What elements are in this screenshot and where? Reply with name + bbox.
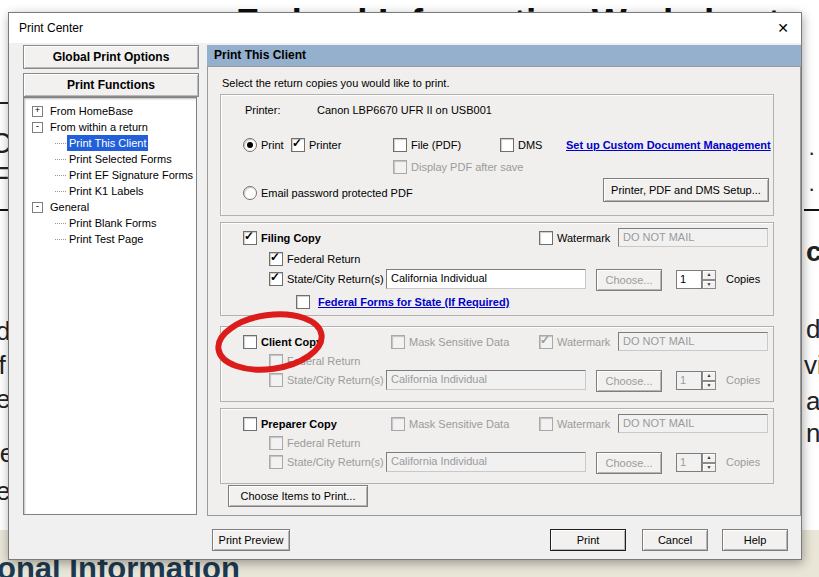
tree-item-label: Print Test Page (69, 231, 143, 247)
tree-item-print-test-page[interactable]: Print Test Page (24, 231, 196, 247)
preparer-state-city-checkbox (269, 455, 283, 469)
hint-text: Select the return copies you would like … (222, 77, 449, 89)
printer-checkbox-label: Printer (309, 139, 341, 151)
print-functions-button[interactable]: Print Functions (23, 73, 199, 97)
tree-item-from-within-a-return[interactable]: -From within a return (24, 119, 196, 135)
filing-copies-stepper[interactable]: 1 ▲▼ (676, 270, 716, 289)
filing-copy-checkbox[interactable]: ✓ (243, 231, 257, 245)
filing-federal-return-checkbox[interactable]: ✓ (269, 252, 283, 266)
display-pdf-after-save-label: Display PDF after save (411, 161, 523, 173)
preparer-copies-label: Copies (726, 456, 760, 468)
stepper-down-icon[interactable]: ▼ (702, 280, 716, 290)
preparer-copy-group: Preparer Copy Mask Sensitive Data Waterm… (220, 408, 774, 484)
file-pdf-checkbox[interactable] (393, 138, 407, 152)
collapse-icon[interactable]: - (32, 202, 43, 213)
preparer-state-city-label: State/City Return(s) (287, 456, 384, 468)
client-copies-label: Copies (726, 374, 760, 386)
stepper-up-icon[interactable]: ▲ (702, 270, 716, 280)
client-watermark-field: DO NOT MAIL (618, 332, 768, 351)
filing-state-field[interactable]: California Individual (386, 269, 586, 289)
preparer-watermark-checkbox (539, 417, 553, 431)
background-letter-fragment: c (806, 236, 819, 268)
print-center-dialog: Print Center ✕ Global Print Options Prin… (8, 12, 802, 560)
filing-state-city-checkbox[interactable]: ✓ (269, 272, 283, 286)
tree-item-label: Print K1 Labels (69, 183, 144, 199)
background-rule-right (804, 209, 819, 211)
filing-watermark-checkbox[interactable] (539, 231, 553, 245)
background-letter-fragment: · (808, 140, 815, 166)
filing-state-city-label: State/City Return(s) (287, 273, 384, 285)
cancel-button[interactable]: Cancel (642, 529, 708, 551)
client-mask-sensitive-checkbox (391, 335, 405, 349)
title-bar: Print Center ✕ (9, 13, 801, 43)
custom-document-management-link[interactable]: Set up Custom Document Management (566, 139, 771, 151)
printer-name: Canon LBP6670 UFR II on USB001 (317, 104, 492, 116)
client-state-city-label: State/City Return(s) (287, 374, 384, 386)
background-letter-fragment: vi (804, 350, 819, 381)
preparer-watermark-label: Watermark (557, 418, 610, 430)
filing-federal-return-label: Federal Return (287, 253, 360, 265)
tree-item-label: From HomeBase (50, 103, 133, 119)
preparer-federal-return-label: Federal Return (287, 437, 360, 449)
file-pdf-label: File (PDF) (411, 139, 461, 151)
email-password-pdf-label: Email password protected PDF (261, 187, 413, 199)
filing-copy-label: Filing Copy (261, 232, 321, 244)
client-state-field: California Individual (386, 370, 586, 390)
help-button[interactable]: Help (722, 529, 788, 551)
print-preview-button[interactable]: Print Preview (212, 529, 290, 551)
tree-item-print-ef-signature-forms[interactable]: Print EF Signature Forms (24, 167, 196, 183)
window-title: Print Center (19, 21, 83, 35)
choose-items-to-print-button[interactable]: Choose Items to Print... (228, 485, 368, 507)
client-copy-checkbox[interactable] (243, 335, 257, 349)
tree-connector (55, 143, 66, 144)
preparer-copies-stepper: 1 ▲▼ (676, 453, 716, 472)
tree-item-print-this-client[interactable]: Print This Client (24, 135, 196, 151)
expand-icon[interactable]: + (32, 106, 43, 117)
tree-item-general[interactable]: -General (24, 199, 196, 215)
tree-connector (55, 239, 66, 240)
tree-item-label: Print Selected Forms (69, 151, 172, 167)
tree-item-label: General (50, 199, 89, 215)
background-letter-fragment: d (806, 314, 819, 345)
stepper-down-icon: ▼ (702, 381, 716, 391)
display-pdf-after-save-checkbox (393, 160, 407, 174)
dms-label: DMS (518, 139, 542, 151)
federal-forms-for-state-link[interactable]: Federal Forms for State (If Required) (318, 296, 509, 308)
preparer-watermark-field: DO NOT MAIL (618, 414, 768, 433)
client-mask-sensitive-label: Mask Sensitive Data (409, 336, 509, 348)
tree-item-print-k1-labels[interactable]: Print K1 Labels (24, 183, 196, 199)
tree-item-label: From within a return (50, 119, 148, 135)
filing-watermark-label: Watermark (557, 232, 610, 244)
background-letter-fragment: n (806, 418, 819, 449)
collapse-icon[interactable]: - (32, 122, 43, 133)
print-functions-tree: +From HomeBase-From within a returnPrint… (23, 97, 197, 515)
stepper-up-icon: ▲ (702, 371, 716, 381)
client-copy-label: Client Copy (261, 336, 322, 348)
filing-copy-group: ✓ Filing Copy Watermark DO NOT MAIL ✓ Fe… (220, 222, 774, 316)
print-button[interactable]: Print (550, 529, 626, 551)
printer-pdf-dms-setup-button[interactable]: Printer, PDF and DMS Setup... (603, 178, 769, 202)
client-watermark-label: Watermark (557, 336, 610, 348)
printer-label: Printer: (245, 104, 280, 116)
tree-item-print-selected-forms[interactable]: Print Selected Forms (24, 151, 196, 167)
close-icon[interactable]: ✕ (771, 17, 795, 39)
print-radio[interactable] (243, 138, 257, 152)
printer-checkbox[interactable]: ✓ (291, 138, 305, 152)
preparer-mask-sensitive-checkbox (391, 417, 405, 431)
tree-item-print-blank-forms[interactable]: Print Blank Forms (24, 215, 196, 231)
stepper-down-icon: ▼ (702, 463, 716, 473)
dms-checkbox[interactable] (500, 138, 514, 152)
preparer-copy-checkbox[interactable] (243, 417, 257, 431)
global-print-options-button[interactable]: Global Print Options (23, 45, 199, 69)
filing-watermark-field: DO NOT MAIL (618, 228, 768, 247)
federal-forms-for-state-checkbox[interactable] (296, 295, 310, 309)
client-state-city-checkbox (269, 373, 283, 387)
tree-connector (55, 223, 66, 224)
tree-item-from-homebase[interactable]: +From HomeBase (24, 103, 196, 119)
stepper-up-icon: ▲ (702, 453, 716, 463)
panel-header: Print This Client (207, 45, 801, 66)
email-password-pdf-radio[interactable] (243, 186, 257, 200)
print-radio-label: Print (261, 139, 284, 151)
preparer-copy-label: Preparer Copy (261, 418, 337, 430)
filing-choose-button: Choose... (596, 269, 662, 291)
